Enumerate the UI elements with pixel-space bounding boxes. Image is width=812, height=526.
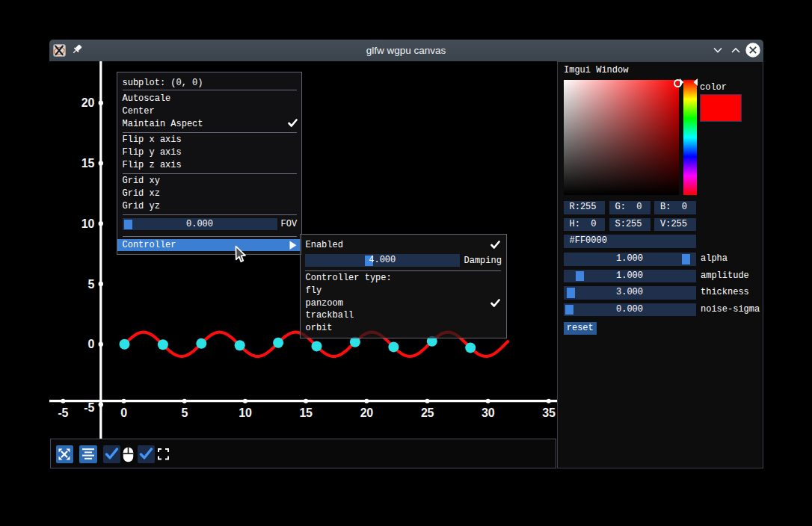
svg-text:25: 25	[421, 406, 434, 419]
svg-text:-5: -5	[84, 401, 94, 414]
svg-text:0: 0	[87, 338, 94, 350]
svg-text:35: 35	[542, 406, 556, 419]
svg-text:10: 10	[81, 217, 95, 230]
svg-text:-5: -5	[58, 406, 68, 419]
svg-text:15: 15	[299, 406, 313, 419]
svg-text:5: 5	[87, 278, 94, 291]
svg-text:15: 15	[81, 157, 95, 170]
svg-text:30: 30	[482, 406, 495, 419]
svg-text:10: 10	[239, 406, 252, 419]
svg-text:20: 20	[360, 406, 374, 419]
svg-text:0: 0	[120, 406, 127, 419]
svg-text:20: 20	[81, 96, 95, 109]
svg-text:5: 5	[181, 406, 188, 419]
